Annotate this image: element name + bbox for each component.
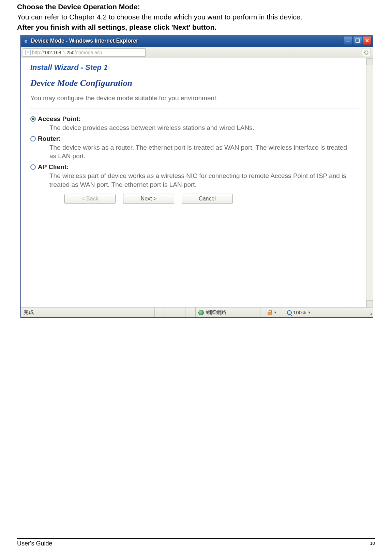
option-label: AP Client: <box>38 163 69 171</box>
zoom-control[interactable]: 100% ▼ <box>284 308 367 317</box>
browser-viewport: Install Wizard - Step 1 Device Mode Conf… <box>21 58 373 307</box>
vertical-scrollbar[interactable] <box>366 58 373 307</box>
wizard-step-title: Install Wizard - Step 1 <box>30 63 359 72</box>
option-label: Router: <box>38 135 61 143</box>
maximize-button[interactable] <box>353 36 362 45</box>
url-prefix: http:// <box>32 50 44 55</box>
maximize-icon <box>355 38 360 43</box>
doc-heading-2: After you finish with all settings, plea… <box>17 23 375 31</box>
address-text: http://192.168.1.250/opmode.asp <box>32 50 102 55</box>
close-icon <box>365 38 370 43</box>
grip-icon <box>368 313 372 317</box>
status-sep <box>185 308 195 317</box>
url-path: /opmode.asp <box>75 50 102 55</box>
svg-rect-1 <box>356 39 359 42</box>
option-description: The wireless part of device works as a w… <box>49 171 349 189</box>
zoom-value: 100% <box>293 310 306 315</box>
next-button[interactable]: Next > <box>123 194 174 204</box>
svg-rect-0 <box>346 42 350 42</box>
option-router[interactable]: Router: <box>30 135 359 143</box>
radio-ap-client[interactable] <box>30 164 36 170</box>
radio-router[interactable] <box>30 136 36 141</box>
globe-icon <box>198 310 204 315</box>
zone-label: 網際網路 <box>206 309 226 316</box>
security-zone[interactable]: 網際網路 <box>195 308 260 317</box>
page-content: Install Wizard - Step 1 Device Mode Conf… <box>21 58 366 307</box>
option-access-point[interactable]: Access Point: <box>30 115 359 123</box>
minimize-icon <box>346 38 350 43</box>
chevron-down-icon: ▼ <box>274 311 277 314</box>
chevron-down-icon: ▼ <box>307 311 311 314</box>
window-title: Device Mode - Windows Internet Explorer <box>31 38 138 44</box>
minimize-button[interactable] <box>344 36 352 45</box>
ie-logo-icon: e <box>23 38 29 44</box>
refresh-button[interactable] <box>362 48 371 57</box>
resize-grip[interactable] <box>367 308 373 317</box>
separator <box>30 108 359 108</box>
cancel-button[interactable]: Cancel <box>182 194 233 204</box>
status-sep <box>154 308 165 317</box>
footer-guide: User's Guide <box>17 540 52 547</box>
address-toolbar: http://192.168.1.250/opmode.asp <box>21 47 373 58</box>
page-icon <box>25 50 31 55</box>
window-controls <box>344 36 372 45</box>
window-titlebar[interactable]: e Device Mode - Windows Internet Explore… <box>21 35 373 47</box>
doc-text-1: You can refer to Chapter 4.2 to choose t… <box>17 13 375 21</box>
footer-page-number: 10 <box>370 540 375 547</box>
config-title: Device Mode Configuration <box>30 78 359 88</box>
status-done: 完成 <box>21 309 154 316</box>
wizard-buttons: < Back Next > Cancel <box>64 194 359 204</box>
url-host: 192.168.1.250 <box>44 50 75 55</box>
option-label: Access Point: <box>38 115 81 123</box>
radio-access-point[interactable] <box>30 116 36 122</box>
back-button: < Back <box>64 194 116 204</box>
security-indicator[interactable]: ▼ <box>260 308 284 317</box>
status-sep <box>165 308 175 317</box>
option-ap-client[interactable]: AP Client: <box>30 163 359 171</box>
scroll-track[interactable] <box>366 65 373 300</box>
option-description: The device provides access between wirel… <box>49 123 349 132</box>
close-button[interactable] <box>363 36 372 45</box>
doc-heading-1: Choose the Device Operation Mode: <box>17 3 375 11</box>
config-description: You may configure the device mode suitab… <box>30 94 359 102</box>
page-footer: User's Guide 10 <box>17 538 375 547</box>
address-bar[interactable]: http://192.168.1.250/opmode.asp <box>23 48 146 57</box>
refresh-icon <box>364 50 369 55</box>
browser-window: e Device Mode - Windows Internet Explore… <box>20 35 373 318</box>
status-bar: 完成 網際網路 ▼ 100% ▼ <box>21 307 373 317</box>
scroll-down-arrow[interactable] <box>366 300 373 307</box>
status-sep <box>175 308 185 317</box>
option-description: The device works as a router. The ethern… <box>49 143 349 161</box>
scroll-up-arrow[interactable] <box>366 58 373 65</box>
magnifier-icon <box>287 310 292 315</box>
lock-icon <box>268 310 272 315</box>
